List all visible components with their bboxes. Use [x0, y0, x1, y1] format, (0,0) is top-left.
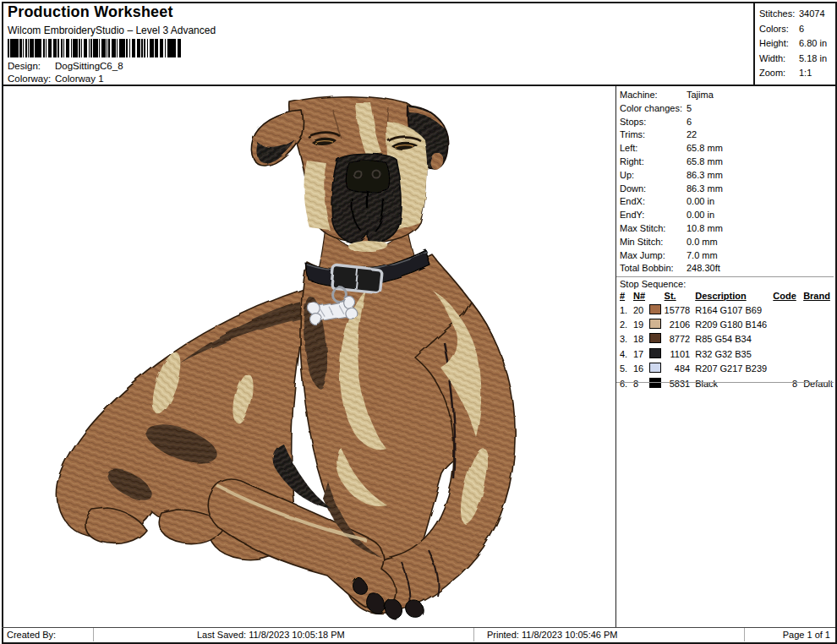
- stat-stitches: Stitches:34074: [759, 7, 834, 22]
- stat-colors: Colors:6: [759, 22, 834, 37]
- stop-row: 5.16 484R207 G217 B239: [620, 362, 833, 376]
- colorway-name: Colorway 1: [55, 74, 104, 84]
- machine-row: Up:86.3 mm: [620, 169, 833, 183]
- created-by-label: Created By:: [7, 629, 56, 641]
- colorway-label: Colorway:: [8, 74, 55, 84]
- machine-row: EndY:0.00 in: [620, 209, 833, 222]
- barcode: [8, 39, 182, 57]
- machine-row: Stops:6: [620, 116, 833, 129]
- stop-row: 2.19 2106R209 G180 B146: [620, 317, 833, 331]
- machine-row: Color changes:5: [620, 102, 833, 116]
- stat-zoom: Zoom:1:1: [759, 66, 834, 81]
- machine-row: Left:65.8 mm: [620, 142, 833, 156]
- thread-color-swatch: [649, 348, 661, 358]
- machine-row: Right:65.8 mm: [620, 156, 833, 169]
- machine-row: Min Stitch:0.0 mm: [620, 236, 833, 249]
- machine-row: Trims:22: [620, 128, 833, 142]
- thread-color-swatch: [649, 363, 661, 373]
- stat-width: Width:5.18 in: [759, 52, 834, 67]
- stop-sequence-title: Stop Sequence:: [620, 279, 686, 289]
- thread-color-swatch: [649, 333, 661, 343]
- production-worksheet-page: { "header": { "title": "Production Works…: [0, 0, 837, 644]
- stop-sequence-header-row: # N# St. Description Code Brand: [620, 291, 833, 303]
- printed-text: Printed: 11/8/2023 10:05:46 PM: [487, 629, 618, 641]
- thread-color-swatch: [649, 304, 661, 314]
- dog-embroidery-design: [4, 89, 615, 627]
- header-divider: [2, 85, 835, 86]
- col-code: Code: [773, 291, 797, 303]
- machine-row: Total Bobbin:248.30ft: [620, 262, 833, 276]
- design-label: Design:: [8, 61, 55, 71]
- col-stitches: St.: [665, 291, 691, 303]
- machine-row: Down:86.3 mm: [620, 183, 833, 196]
- thread-color-swatch: [649, 319, 661, 329]
- design-stats-box: Stitches:34074 Colors:6 Height:6.80 in W…: [753, 3, 834, 85]
- machine-row: Max Stitch:10.8 mm: [620, 222, 833, 236]
- stop-sequence-bottom-line: [616, 382, 834, 383]
- col-needle: N#: [633, 291, 649, 303]
- machine-row: Machine:Tajima: [620, 89, 833, 102]
- stop-row: 4.17 1101R32 G32 B35: [620, 347, 833, 361]
- stop-sequence-table: # N# St. Description Code Brand 1.20 157…: [620, 291, 833, 390]
- col-brand: Brand: [797, 291, 833, 303]
- last-saved-text: Last Saved: 11/8/2023 10:05:18 PM: [197, 629, 345, 641]
- software-subtitle: Wilcom EmbroideryStudio – Level 3 Advanc…: [8, 25, 216, 36]
- page-number: Page 1 of 1: [783, 629, 830, 641]
- machine-row: Max Jump:7.0 mm: [620, 249, 833, 263]
- footer-divider: [2, 627, 835, 628]
- stop-row: 3.18 8772R85 G54 B34: [620, 332, 833, 347]
- col-description: Description: [690, 291, 773, 303]
- machine-row: EndX:0.00 in: [620, 195, 833, 209]
- design-name: DogSittingC6_8: [55, 61, 123, 71]
- page-title: Production Worksheet: [8, 3, 173, 21]
- design-row: Design:DogSittingC6_8: [8, 61, 123, 71]
- col-num: #: [620, 291, 633, 303]
- stat-height: Height:6.80 in: [759, 36, 834, 52]
- dog-figure: [57, 96, 515, 619]
- stop-sequence-divider: [616, 276, 834, 277]
- machine-info-panel: Machine:Tajima Color changes:5 Stops:6 T…: [620, 89, 833, 276]
- colorway-row: Colorway:Colorway 1: [8, 74, 104, 84]
- stop-row: 6.8 5831Black 8Default: [620, 376, 833, 390]
- stop-row: 1.20 15778R164 G107 B69: [620, 303, 833, 317]
- panel-divider: [615, 86, 616, 627]
